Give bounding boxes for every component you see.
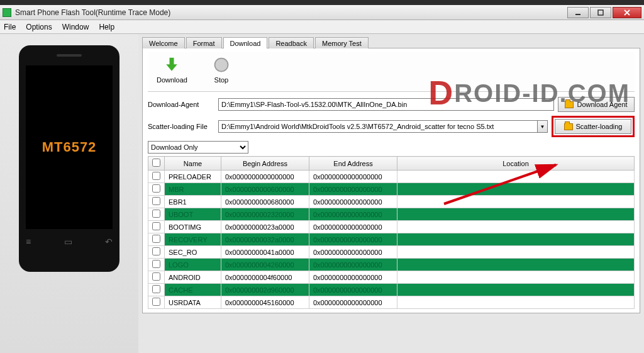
svg-rect-1 [598, 10, 603, 15]
row-checkbox[interactable] [152, 247, 160, 255]
phone-mockup: MT6572 ≡ ▭ ↶ [19, 45, 119, 272]
table-row[interactable]: LOGO0x00000000042600000x0000000000000000 [148, 259, 635, 271]
cell-begin: 0x0000000045160000 [221, 296, 309, 309]
cell-begin: 0x0000000002320000 [221, 208, 309, 221]
menu-options[interactable]: Options [26, 23, 52, 31]
cell-end: 0x0000000000000000 [309, 259, 397, 271]
download-action[interactable]: Download [157, 56, 187, 84]
cell-name: ANDROID [165, 271, 221, 284]
col-begin: Begin Address [221, 157, 309, 171]
cell-end: 0x0000000000000000 [309, 183, 397, 196]
cell-location [397, 296, 635, 309]
col-name: Name [165, 157, 221, 171]
svg-point-4 [214, 59, 228, 72]
col-checkbox[interactable] [148, 157, 165, 171]
table-row[interactable]: CACHE0x000000002d9600000x000000000000000… [148, 284, 635, 296]
cell-end: 0x0000000000000000 [309, 208, 397, 221]
close-button[interactable] [613, 7, 641, 18]
maximize-button[interactable] [590, 7, 611, 18]
cell-location [397, 196, 635, 208]
cell-begin: 0x0000000000680000 [221, 196, 309, 208]
back-softkey-icon: ↶ [105, 237, 113, 247]
download-agent-label: Download-Agent [148, 101, 218, 108]
window-titlebar: Smart Phone Flash Tool(Runtime Trace Mod… [0, 5, 644, 20]
download-agent-input[interactable] [218, 98, 554, 111]
table-row[interactable]: SEC_RO0x00000000041a00000x00000000000000… [148, 246, 635, 259]
minimize-button[interactable] [567, 7, 589, 18]
row-checkbox[interactable] [152, 184, 160, 193]
home-softkey-icon: ▭ [64, 237, 72, 247]
col-end: End Address [309, 157, 397, 171]
cell-name: RECOVERY [165, 233, 221, 246]
tab-body: Download Stop Download-Agent Download Ag… [142, 48, 640, 313]
cell-name: MBR [165, 183, 221, 196]
scatter-file-input[interactable] [218, 120, 538, 133]
cell-name: BOOTIMG [165, 221, 221, 233]
cell-location [397, 183, 635, 196]
table-row[interactable]: EBR10x00000000006800000x0000000000000000 [148, 196, 635, 208]
cell-name: CACHE [165, 284, 221, 296]
cell-begin: 0x0000000004260000 [221, 259, 309, 271]
cell-end: 0x0000000000000000 [309, 196, 397, 208]
row-checkbox[interactable] [152, 260, 160, 268]
table-row[interactable]: PRELOADER0x00000000000000000x00000000000… [148, 171, 635, 183]
chip-label: MT6572 [42, 139, 97, 155]
cell-begin: 0x00000000041a0000 [221, 246, 309, 259]
tab-format[interactable]: Format [186, 37, 222, 48]
download-agent-button[interactable]: Download Agent [558, 97, 635, 112]
row-checkbox[interactable] [152, 197, 160, 205]
download-icon [163, 56, 180, 74]
tab-memory-test[interactable]: Memory Test [315, 37, 369, 48]
row-checkbox[interactable] [152, 235, 160, 243]
stop-icon [213, 56, 230, 74]
cell-location [397, 246, 635, 259]
cell-name: EBR1 [165, 196, 221, 208]
tab-readback[interactable]: Readback [269, 37, 314, 48]
tab-download[interactable]: Download [223, 37, 268, 48]
row-checkbox[interactable] [152, 172, 160, 180]
scatter-button-highlight: Scatter-loading [552, 116, 635, 137]
cell-location [397, 221, 635, 233]
scatter-dropdown-button[interactable]: ▼ [538, 120, 548, 133]
stop-action[interactable]: Stop [213, 56, 230, 84]
cell-name: SEC_RO [165, 246, 221, 259]
cell-begin: 0x00000000023a0000 [221, 221, 309, 233]
browser-tab-strip [0, 0, 644, 5]
cell-name: UBOOT [165, 208, 221, 221]
cell-begin: 0x00000000032a0000 [221, 233, 309, 246]
menu-help[interactable]: Help [99, 23, 114, 31]
cell-end: 0x0000000000000000 [309, 233, 397, 246]
table-row[interactable]: UBOOT0x00000000023200000x000000000000000… [148, 208, 635, 221]
row-checkbox[interactable] [152, 285, 160, 293]
cell-begin: 0x0000000000600000 [221, 183, 309, 196]
cell-begin: 0x0000000000000000 [221, 171, 309, 183]
partition-table: Name Begin Address End Address Location … [148, 156, 635, 309]
col-location: Location [397, 157, 635, 171]
folder-icon [564, 123, 573, 130]
table-row[interactable]: ANDROID0x0000000004f600000x0000000000000… [148, 271, 635, 284]
cell-end: 0x0000000000000000 [309, 296, 397, 309]
menu-bar: File Options Window Help [0, 20, 644, 34]
menu-window[interactable]: Window [62, 23, 89, 31]
download-mode-select[interactable]: Download Only [148, 141, 248, 154]
cell-location [397, 284, 635, 296]
tab-welcome[interactable]: Welcome [142, 37, 185, 48]
phone-preview-panel: MT6572 ≡ ▭ ↶ [0, 34, 138, 353]
row-checkbox[interactable] [152, 298, 160, 306]
row-checkbox[interactable] [152, 210, 160, 218]
cell-end: 0x0000000000000000 [309, 271, 397, 284]
cell-end: 0x0000000000000000 [309, 284, 397, 296]
cell-location [397, 259, 635, 271]
table-row[interactable]: BOOTIMG0x00000000023a00000x0000000000000… [148, 221, 635, 233]
cell-begin: 0x0000000004f60000 [221, 271, 309, 284]
table-row[interactable]: MBR0x00000000006000000x0000000000000000 [148, 183, 635, 196]
cell-location [397, 208, 635, 221]
folder-icon [565, 101, 574, 108]
row-checkbox[interactable] [152, 272, 160, 281]
menu-file[interactable]: File [4, 23, 16, 31]
row-checkbox[interactable] [152, 222, 160, 230]
table-row[interactable]: RECOVERY0x00000000032a00000x000000000000… [148, 233, 635, 246]
table-row[interactable]: USRDATA0x00000000451600000x0000000000000… [148, 296, 635, 309]
cell-location [397, 233, 635, 246]
scatter-loading-button[interactable]: Scatter-loading [555, 119, 631, 134]
